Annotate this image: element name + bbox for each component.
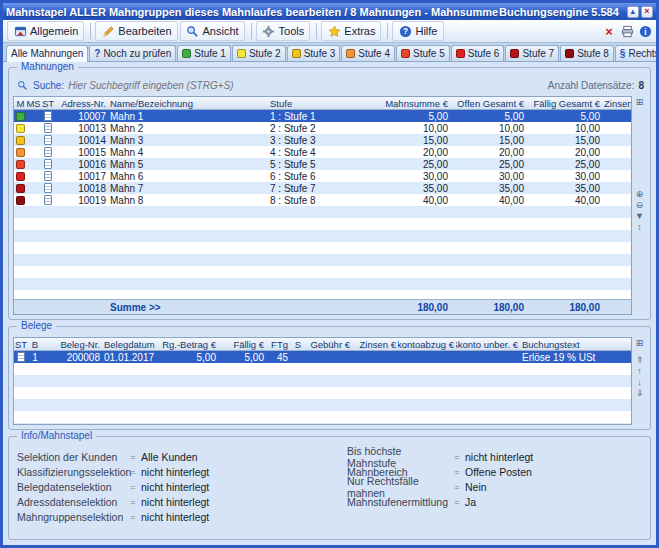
- tab-stufe-4[interactable]: Stufe 4: [341, 45, 395, 61]
- name: Mahn 3: [108, 134, 268, 146]
- offen-gesamt: 15,00: [450, 134, 526, 146]
- column-header-st[interactable]: ST: [14, 338, 28, 350]
- grid-icon[interactable]: ⊞: [636, 97, 644, 108]
- stufe: 7 : Stufe 7: [268, 182, 378, 194]
- adress-nr: 10007: [56, 110, 108, 122]
- app-window: Mahnstapel ALLER Mahngruppen dieses Mahn…: [0, 0, 659, 548]
- summe-row: Summe >> 180,00 180,00 180,00: [14, 299, 631, 314]
- tab-stufe-3[interactable]: Stufe 3: [287, 45, 341, 61]
- column-header-zinsen[interactable]: Zinsen €: [352, 338, 398, 350]
- mahnung-row[interactable]: 10014 Mahn 3 3 : Stufe 3 15,00 15,00 15,…: [14, 134, 631, 146]
- mahnung-row[interactable]: 10015 Mahn 4 4 : Stufe 4 20,00 20,00 20,…: [14, 146, 631, 158]
- first-record-icon[interactable]: ⇑: [636, 355, 644, 366]
- ansicht-button[interactable]: Ansicht: [180, 21, 245, 41]
- column-header-faellig[interactable]: Fällig €: [218, 338, 266, 350]
- mahnung-row[interactable]: 10016 Mahn 5 5 : Stufe 5 25,00 25,00 25,…: [14, 158, 631, 170]
- close-icon[interactable]: ×: [641, 6, 653, 18]
- tab-stufe-5[interactable]: Stufe 5: [396, 45, 450, 61]
- zoom-out-icon[interactable]: ⊖: [636, 200, 644, 211]
- column-header-rgbetrag[interactable]: Rg.-Betrag €: [162, 338, 218, 350]
- document-icon: [44, 135, 52, 145]
- next-record-icon[interactable]: ↓: [637, 377, 642, 388]
- info-value: nicht hinterlegt: [141, 511, 209, 523]
- stufe-color-icon: [16, 184, 25, 193]
- equals-separator: =: [125, 512, 141, 522]
- search-label: Suche:: [33, 80, 64, 91]
- hilfe-button[interactable]: ? Hilfe: [392, 21, 443, 41]
- column-header-gebuehr[interactable]: Gebühr €: [306, 338, 352, 350]
- info-icon[interactable]: i: [638, 24, 652, 38]
- column-header-offen[interactable]: Offen Gesamt €: [450, 97, 526, 109]
- column-header-name[interactable]: Name/Bezeichnung: [108, 97, 268, 109]
- equals-separator: =: [449, 497, 465, 507]
- column-header-stufe[interactable]: Stufe: [268, 97, 378, 109]
- tab-stufe-6[interactable]: Stufe 6: [451, 45, 505, 61]
- column-header-st[interactable]: ST: [40, 97, 56, 109]
- column-header-s[interactable]: S: [290, 338, 306, 350]
- document-icon: [44, 147, 52, 157]
- column-header-faellig[interactable]: Fällig Gesamt €: [526, 97, 602, 109]
- grid-icon[interactable]: ⊞: [636, 338, 644, 349]
- info-label: Belegdatenselektion: [17, 481, 125, 493]
- belege-side-rail: ⊞ ⇑ ↑ ↓ ⇓: [633, 337, 646, 425]
- pin-icon[interactable]: ▴: [627, 6, 639, 18]
- column-header-belegnr[interactable]: Beleg-Nr.: [42, 338, 102, 350]
- column-header-ms[interactable]: MS: [27, 97, 40, 109]
- column-header-adressnr[interactable]: Adress-Nr.: [56, 97, 108, 109]
- cancel-icon[interactable]: ×: [602, 24, 616, 38]
- column-header-skontoabzug[interactable]: Skontoabzug €: [398, 338, 456, 350]
- prev-record-icon[interactable]: ↑: [637, 366, 642, 377]
- sort-icon[interactable]: ↕: [637, 222, 642, 233]
- tab-label: Stufe 3: [304, 48, 336, 59]
- column-header-m[interactable]: M: [14, 97, 27, 109]
- column-header-zinsen[interactable]: Zinsen: [602, 97, 631, 109]
- name: Mahn 2: [108, 122, 268, 134]
- tab-rechtsfaelle[interactable]: §Rechtsfälle: [615, 45, 659, 61]
- zoom-in-icon[interactable]: ⊕: [636, 189, 644, 200]
- bearbeiten-button[interactable]: Bearbeiten: [95, 21, 177, 41]
- tab-label: Stufe 1: [194, 48, 226, 59]
- column-header-ftg[interactable]: FTg: [266, 338, 290, 350]
- column-header-skonto-unber[interactable]: Skonto unber. €: [456, 338, 520, 350]
- equals-separator: =: [125, 482, 141, 492]
- tab-stufe-7[interactable]: Stufe 7: [505, 45, 559, 61]
- tab-stufe-8[interactable]: Stufe 8: [560, 45, 614, 61]
- extras-button[interactable]: Extras: [321, 21, 381, 41]
- mahnsumme: 10,00: [378, 122, 450, 134]
- belege-group-label: Belege: [17, 320, 56, 331]
- filter-icon[interactable]: ▼: [635, 211, 644, 222]
- last-record-icon[interactable]: ⇓: [636, 388, 644, 399]
- column-header-b[interactable]: B: [28, 338, 42, 350]
- search-input[interactable]: [68, 80, 544, 91]
- beleg-row[interactable]: 1 200008 01.01.2017 5,00 5,00 45 Erlöse …: [14, 351, 631, 363]
- stufe: 3 : Stufe 3: [268, 134, 378, 146]
- info-left-column: Selektion der Kunden = Alle Kunden Klass…: [17, 449, 347, 524]
- printer-icon[interactable]: [620, 24, 634, 38]
- info-mahnstapel-group: Info/Mahnstapel Selektion der Kunden = A…: [8, 436, 651, 540]
- stufe-6-color-icon: [456, 49, 465, 58]
- tab-noch-zu-pruefen[interactable]: ?Noch zu prüfen: [89, 45, 176, 61]
- mahnungen-table: M MS ST Adress-Nr. Name/Bezeichnung Stuf…: [13, 96, 632, 315]
- tools-button[interactable]: Tools: [256, 21, 311, 41]
- mahnung-row[interactable]: 10017 Mahn 6 6 : Stufe 6 30,00 30,00 30,…: [14, 170, 631, 182]
- tab-stufe-1[interactable]: Stufe 1: [177, 45, 231, 61]
- tab-alle-mahnungen[interactable]: Alle Mahnungen: [6, 45, 88, 62]
- info-label: Mahngruppenselektion: [17, 511, 125, 523]
- mahnung-row[interactable]: 10019 Mahn 8 8 : Stufe 8 40,00 40,00 40,…: [14, 194, 631, 206]
- info-value: nicht hinterlegt: [141, 466, 209, 478]
- stufe-3-color-icon: [292, 49, 301, 58]
- stufe-color-icon: [16, 160, 25, 169]
- beleg-b: 1: [28, 351, 42, 363]
- allgemein-button[interactable]: Allgemein: [7, 21, 84, 41]
- mahnung-row[interactable]: 10007 Mahn 1 1 : Stufe 1 5,00 5,00 5,00: [14, 110, 631, 122]
- info-label: Adressdatenselektion: [17, 496, 125, 508]
- column-header-buchungstext[interactable]: Buchungstext: [520, 338, 631, 350]
- mahnung-row[interactable]: 10018 Mahn 7 7 : Stufe 7 35,00 35,00 35,…: [14, 182, 631, 194]
- mahnung-row[interactable]: 10013 Mahn 2 2 : Stufe 2 10,00 10,00 10,…: [14, 122, 631, 134]
- tab-stufe-2[interactable]: Stufe 2: [232, 45, 286, 61]
- main-content: Mahnungen Suche: Anzahl Datensätze: 8 M …: [3, 62, 656, 545]
- column-header-belegdatum[interactable]: Belegdatum: [102, 338, 162, 350]
- column-header-mahnsumme[interactable]: Mahnsumme €: [378, 97, 450, 109]
- info-label: Klassifizierungsselektion: [17, 466, 125, 478]
- name: Mahn 8: [108, 194, 268, 206]
